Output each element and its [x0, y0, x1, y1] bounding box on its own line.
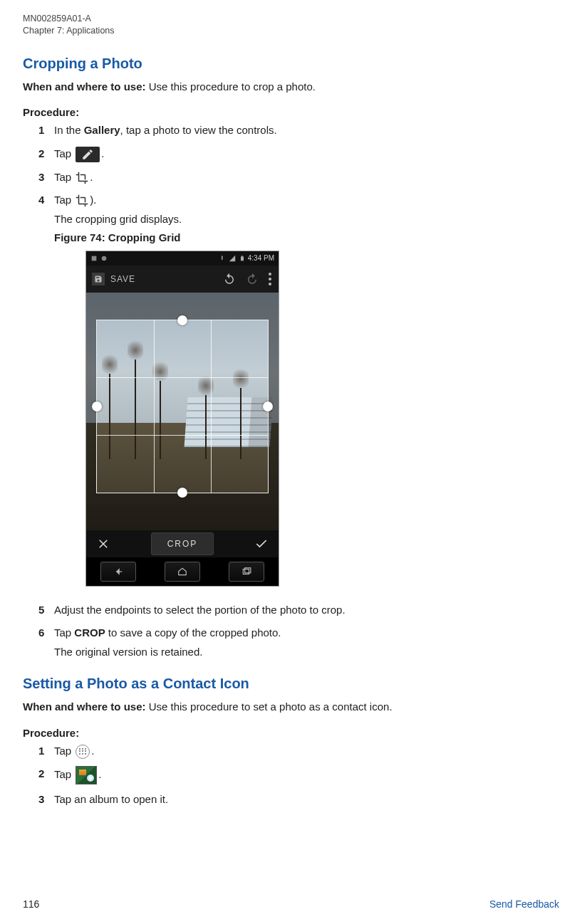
gallery-app-icon [76, 766, 97, 784]
step-1b: 1 Tap . [38, 743, 559, 760]
step-number: 2 [38, 146, 54, 162]
signal-icon [228, 255, 237, 262]
svg-point-5 [269, 278, 271, 280]
pencil-edit-icon [76, 147, 100, 162]
when-where-text: Use this procedure to crop a photo. [146, 80, 316, 93]
battery-icon [239, 254, 245, 263]
step-3-content: Tap . [54, 169, 559, 186]
step-3b: 3 Tap an album to open it. [38, 792, 559, 808]
step-3: 3 Tap . [38, 169, 559, 186]
procedure-label-2: Procedure: [23, 727, 559, 739]
svg-rect-0 [92, 256, 97, 261]
nav-home-icon [165, 562, 200, 582]
text: to save a copy of the cropped photo. [105, 626, 281, 639]
status-time: 4:34 PM [248, 253, 274, 263]
step-3b-content: Tap an album to open it. [54, 792, 559, 808]
undo-icon [223, 273, 236, 285]
redo-icon [246, 273, 259, 285]
step-number: 3 [38, 169, 54, 186]
text: . [101, 147, 104, 159]
text: . [90, 171, 93, 183]
step-2b-content: Tap . [54, 766, 559, 784]
crop-icon [76, 172, 88, 184]
text: In the [54, 124, 84, 136]
crop-handle-right [263, 401, 273, 411]
save-label: SAVE [110, 273, 135, 285]
svg-rect-3 [241, 256, 243, 256]
crop-handle-top [177, 315, 187, 325]
step-number: 4 [38, 192, 54, 209]
step-2-content: Tap . [54, 146, 559, 162]
text: . [98, 768, 101, 780]
send-feedback-link[interactable]: Send Feedback [489, 898, 559, 910]
text-bold: CROP [74, 626, 105, 639]
step-5-content: Adjust the endpoints to select the porti… [54, 602, 559, 619]
phone-screenshot: 4:34 PM SAVE [85, 251, 279, 587]
text: , tap a photo to view the controls. [120, 124, 277, 136]
step-1: 1 In the Gallery, tap a photo to view th… [38, 122, 559, 139]
crop-icon [76, 194, 88, 207]
text-bold: Gallery [84, 124, 120, 136]
step-number: 5 [38, 602, 54, 619]
chapter-label: Chapter 7: Applications [23, 25, 559, 37]
step-number: 2 [38, 766, 54, 782]
svg-rect-8 [245, 568, 251, 573]
svg-rect-2 [241, 256, 244, 261]
step-1b-content: Tap . [54, 743, 559, 760]
step-1-content: In the Gallery, tap a photo to view the … [54, 122, 559, 139]
crop-handle-bottom [177, 488, 187, 498]
step-2b: 2 Tap . [38, 766, 559, 784]
photo-canvas [86, 293, 279, 530]
step-6-content: Tap CROP to save a copy of the cropped p… [54, 625, 559, 660]
step-number: 3 [38, 792, 54, 808]
when-where-label: When and where to use: [23, 80, 146, 93]
when-where-line-1: When and where to use: Use this procedur… [23, 79, 559, 95]
confirm-check-icon [244, 537, 279, 551]
crop-button: CROP [151, 532, 214, 555]
figure-74: 4:34 PM SAVE [85, 251, 559, 587]
android-nav-bar [86, 557, 279, 586]
status-bar: 4:34 PM [86, 251, 279, 266]
text: ). [90, 194, 96, 206]
step-6-sub: The original version is retained. [54, 644, 559, 661]
step-2: 2 Tap . [38, 146, 559, 162]
text: . [91, 745, 94, 757]
step-number: 1 [38, 743, 54, 760]
text: Tap [54, 745, 74, 757]
overflow-menu-icon [269, 273, 271, 285]
notification-icon [90, 255, 98, 262]
step-number: 6 [38, 625, 54, 641]
step-6: 6 Tap CROP to save a copy of the cropped… [38, 625, 559, 660]
page-footer: 116 Send Feedback [23, 898, 559, 910]
bluetooth-icon [218, 255, 225, 262]
save-floppy-icon [92, 273, 105, 285]
cancel-x-icon [86, 537, 120, 550]
step-number: 1 [38, 122, 54, 139]
section-title-cropping: Cropping a Photo [23, 56, 559, 72]
page: MN002859A01-A Chapter 7: Applications Cr… [0, 0, 582, 924]
crop-bottom-bar: CROP [86, 530, 279, 557]
step-4-content: Tap ). The cropping grid displays. Figur… [54, 192, 559, 595]
apps-drawer-icon [76, 745, 90, 759]
figure-caption: Figure 74: Cropping Grid [54, 230, 559, 246]
step-4: 4 Tap ). The cropping grid displays. Fig… [38, 192, 559, 595]
text: Tap [54, 171, 74, 183]
app-bar: SAVE [86, 266, 279, 293]
text: Tap [54, 147, 74, 159]
when-where-line-2: When and where to use: Use this procedur… [23, 699, 559, 715]
notification-icon [100, 255, 108, 262]
svg-point-1 [102, 256, 107, 261]
procedure-list-1: 1 In the Gallery, tap a photo to view th… [38, 122, 559, 660]
text: Tap [54, 626, 74, 639]
svg-point-6 [269, 283, 271, 285]
svg-rect-7 [243, 569, 249, 574]
svg-point-4 [269, 273, 271, 275]
nav-recent-icon [229, 562, 264, 582]
text: Tap [54, 194, 74, 206]
nav-back-icon [100, 562, 136, 582]
crop-handle-left [92, 401, 102, 411]
step-4-sub: The cropping grid displays. [54, 211, 559, 228]
step-5: 5 Adjust the endpoints to select the por… [38, 602, 559, 619]
doc-id: MN002859A01-A [23, 13, 559, 25]
text: Tap [54, 768, 74, 780]
